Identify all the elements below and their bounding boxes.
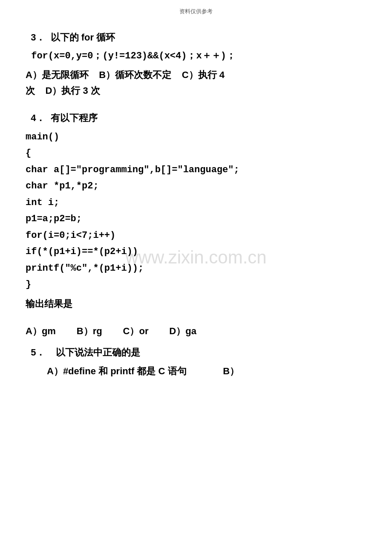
q3-title: 3． 以下的 for 循环 xyxy=(26,30,366,45)
q3-code: for(x=0,y=0；(y!=123)&&(x<4)；x＋＋)； xyxy=(26,48,366,64)
q4-title: 4． 有以下程序 xyxy=(26,110,366,125)
q3-options: A）是无限循环 B）循环次数不定 C）执行 4 次 D）执行 3 次 xyxy=(26,67,366,99)
q4-options: A）gm B）rg C）or D）ga xyxy=(26,323,366,340)
q4-code: main() { char a[]="programming",b[]="lan… xyxy=(26,129,366,293)
q4-result-label: 输出结果是 xyxy=(26,296,366,312)
q5-options: A）#define 和 printf 都是 C 语句 B） xyxy=(26,363,366,379)
watermark-top: 资料仅供参考 xyxy=(179,8,213,15)
question-3: 3． 以下的 for 循环 for(x=0,y=0；(y!=123)&&(x<4… xyxy=(26,30,366,98)
q5-title: 5． 以下说法中正确的是 xyxy=(26,345,366,360)
question-4: 4． 有以下程序 main() { char a[]="programming"… xyxy=(26,110,366,379)
